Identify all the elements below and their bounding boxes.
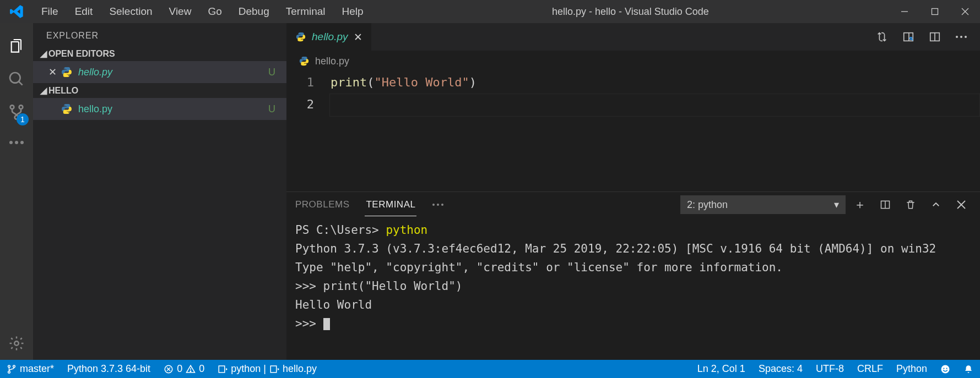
svg-point-7 xyxy=(19,105,23,109)
chevron-down-icon: ◢ xyxy=(39,48,48,59)
activity-bar: 1 xyxy=(0,23,33,360)
open-editors-header[interactable]: ◢ OPEN EDITORS xyxy=(33,46,286,61)
menu-terminal[interactable]: Terminal xyxy=(278,0,334,23)
svg-point-10 xyxy=(15,141,18,144)
svg-point-43 xyxy=(946,368,947,369)
terminal-output[interactable]: PS C:\Users> python Python 3.7.3 (v3.7.3… xyxy=(286,217,980,360)
status-bell-icon[interactable] xyxy=(957,360,980,378)
search-icon[interactable] xyxy=(0,63,33,96)
play-icon xyxy=(269,364,279,374)
menu-edit[interactable]: Edit xyxy=(67,0,101,23)
window-title: hello.py - hello - Visual Studio Code xyxy=(372,6,889,18)
vscode-logo-icon xyxy=(0,4,33,19)
status-branch-label: master* xyxy=(20,363,54,375)
svg-point-30 xyxy=(13,365,15,367)
play-icon xyxy=(218,364,228,374)
title-bar: File Edit Selection View Go Debug Termin… xyxy=(0,0,980,23)
status-warnings-count: 0 xyxy=(199,363,204,375)
code-editor[interactable]: 1 2 print("Hello World") xyxy=(286,72,980,191)
breadcrumb-label: hello.py xyxy=(315,56,349,67)
svg-point-4 xyxy=(10,73,20,83)
status-run-file: hello.py xyxy=(283,363,317,375)
split-terminal-icon[interactable] xyxy=(874,194,896,216)
status-feedback-icon[interactable] xyxy=(934,360,957,378)
window-controls xyxy=(889,0,980,23)
status-bar: master* Python 3.7.3 64-bit 0 0 python |… xyxy=(0,360,980,378)
status-encoding[interactable]: UTF-8 xyxy=(809,360,851,378)
terminal-cursor xyxy=(323,318,330,330)
terminal-command: python xyxy=(386,223,427,237)
panel-tab-bar: PROBLEMS TERMINAL 2: python▾ ＋ xyxy=(286,192,980,217)
status-python[interactable]: Python 3.7.3 64-bit xyxy=(61,360,157,378)
new-terminal-icon[interactable]: ＋ xyxy=(849,194,871,216)
svg-point-12 xyxy=(14,341,19,346)
terminal-select[interactable]: 2: python▾ xyxy=(680,195,846,214)
svg-point-22 xyxy=(432,204,435,206)
explorer-sidebar: EXPLORER ◢ OPEN EDITORS ✕ hello.py U ◢ H… xyxy=(33,23,286,360)
status-eol[interactable]: CRLF xyxy=(851,360,890,378)
folder-header[interactable]: ◢ HELLO xyxy=(33,83,286,98)
editor-actions xyxy=(870,23,980,51)
editor-tab[interactable]: hello.py ✕ xyxy=(286,23,371,51)
panel-tab-problems[interactable]: PROBLEMS xyxy=(294,194,350,216)
menu-file[interactable]: File xyxy=(33,0,67,23)
menu-help[interactable]: Help xyxy=(334,0,372,23)
svg-marker-38 xyxy=(226,368,228,370)
warning-icon xyxy=(186,364,196,374)
kill-terminal-icon[interactable] xyxy=(900,194,922,216)
settings-gear-icon[interactable] xyxy=(0,327,33,360)
menu-selection[interactable]: Selection xyxy=(101,0,160,23)
status-run[interactable]: python | hello.py xyxy=(211,360,323,378)
terminal-line: Hello World xyxy=(295,298,372,311)
open-editor-status: U xyxy=(268,67,275,78)
status-run-label: python | xyxy=(231,363,266,375)
split-editor-icon[interactable] xyxy=(923,25,947,49)
status-lncol[interactable]: Ln 2, Col 1 xyxy=(691,360,752,378)
status-problems[interactable]: 0 0 xyxy=(157,360,211,378)
editor-tab-label: hello.py xyxy=(312,31,348,43)
python-file-icon xyxy=(295,31,306,42)
code-token: ( xyxy=(367,75,374,89)
terminal-line: >>> xyxy=(295,317,323,330)
close-window-button[interactable] xyxy=(950,0,980,23)
panel-tab-terminal[interactable]: TERMINAL xyxy=(365,194,416,216)
open-editors-label: OPEN EDITORS xyxy=(48,49,115,59)
panel-tab-more-icon[interactable] xyxy=(431,198,445,212)
open-preview-icon[interactable] xyxy=(896,25,921,49)
code-body[interactable]: print("Hello World") xyxy=(331,72,980,191)
line-gutter: 1 2 xyxy=(286,72,331,191)
minimize-button[interactable] xyxy=(889,0,919,23)
close-editor-icon[interactable]: ✕ xyxy=(48,66,61,78)
close-tab-icon[interactable]: ✕ xyxy=(354,31,362,43)
menu-debug[interactable]: Debug xyxy=(230,0,278,23)
code-token: print xyxy=(331,75,367,89)
menu-go[interactable]: Go xyxy=(199,0,230,23)
status-branch[interactable]: master* xyxy=(0,360,61,378)
file-tree-status: U xyxy=(268,103,275,115)
open-editor-item[interactable]: ✕ hello.py U xyxy=(33,61,286,83)
status-errors-count: 0 xyxy=(177,363,182,375)
more-icon[interactable] xyxy=(0,129,33,156)
svg-marker-40 xyxy=(278,368,279,370)
explorer-icon[interactable] xyxy=(0,30,33,63)
svg-line-5 xyxy=(19,81,23,85)
svg-point-9 xyxy=(9,141,13,144)
maximize-button[interactable] xyxy=(919,0,950,23)
source-control-icon[interactable]: 1 xyxy=(0,96,33,129)
line-number: 2 xyxy=(286,94,314,116)
compare-changes-icon[interactable] xyxy=(870,25,894,49)
file-tree-item[interactable]: hello.py U xyxy=(33,98,286,120)
file-tree-filename: hello.py xyxy=(78,103,268,115)
svg-point-31 xyxy=(8,371,10,373)
editor-tab-bar: hello.py ✕ xyxy=(286,23,980,51)
maximize-panel-icon[interactable] xyxy=(925,194,947,216)
chevron-down-icon: ▾ xyxy=(834,199,839,211)
more-actions-icon[interactable] xyxy=(949,25,973,49)
breadcrumb[interactable]: hello.py xyxy=(286,51,980,72)
svg-point-23 xyxy=(437,204,439,206)
bottom-panel: PROBLEMS TERMINAL 2: python▾ ＋ PS C:\Use… xyxy=(286,191,980,360)
status-language[interactable]: Python xyxy=(890,360,934,378)
menu-view[interactable]: View xyxy=(161,0,200,23)
close-panel-icon[interactable] xyxy=(950,194,972,216)
status-spaces[interactable]: Spaces: 4 xyxy=(752,360,809,378)
